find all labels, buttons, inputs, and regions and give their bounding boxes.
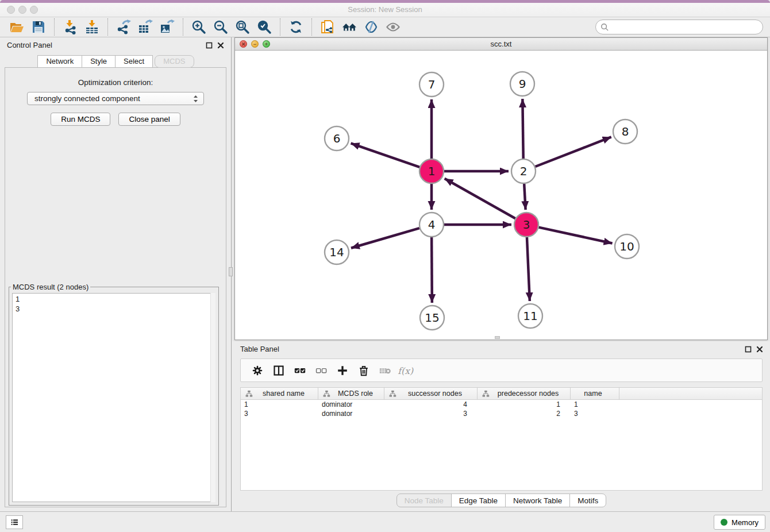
close-table-panel-icon[interactable] <box>756 346 763 353</box>
column-header-label: name <box>571 390 619 398</box>
export-network-button[interactable] <box>113 18 134 36</box>
search-box[interactable] <box>595 20 763 34</box>
new-network-from-file-button[interactable] <box>317 18 338 36</box>
dropdown-stepper-icon <box>192 94 199 103</box>
export-image-button[interactable] <box>156 18 178 36</box>
select-all-checkboxes-button[interactable] <box>289 361 310 380</box>
graph-edge-3-1[interactable] <box>445 179 515 218</box>
canvas-scroll-handle[interactable] <box>495 336 500 339</box>
network-canvas[interactable]: 7968124314101511 <box>235 51 767 340</box>
optimization-criterion-label: Optimization criterion: <box>5 78 226 87</box>
panel-splitter-handle[interactable] <box>229 267 233 276</box>
table-cell[interactable]: 3 <box>241 410 318 418</box>
search-icon <box>600 23 609 32</box>
import-network-icon <box>63 20 78 34</box>
graph-edge-3-10[interactable] <box>538 228 612 244</box>
close-panel-icon[interactable] <box>217 42 224 49</box>
zoom-in-button[interactable] <box>188 18 210 36</box>
graph-node-label-15: 15 <box>425 311 439 325</box>
float-table-panel-icon[interactable] <box>745 346 752 353</box>
tab-network[interactable]: Network <box>37 55 82 68</box>
column-tree-icon <box>389 390 396 398</box>
mcds-result-title: MCDS result (2 nodes) <box>11 283 90 291</box>
add-column-icon <box>336 364 349 377</box>
zoom-out-button[interactable] <box>210 18 232 36</box>
table-row[interactable]: 1dominator411 <box>241 400 762 409</box>
tab-node-table[interactable]: Node Table <box>396 494 452 507</box>
graph-edge-4-14[interactable] <box>351 228 419 248</box>
table-cell[interactable]: dominator <box>318 400 384 408</box>
zoom-fit-button[interactable] <box>232 18 253 36</box>
table-cell[interactable]: 1 <box>571 400 619 408</box>
close-panel-button[interactable]: Close panel <box>118 113 180 126</box>
graph-edge-2-9[interactable] <box>522 99 523 159</box>
show-panels-icon <box>386 20 401 34</box>
network-close-button[interactable]: ✕ <box>240 40 247 48</box>
save-session-button[interactable] <box>28 18 49 36</box>
home-button[interactable] <box>338 18 360 36</box>
result-scrollbar[interactable] <box>210 293 215 502</box>
tab-edge-table[interactable]: Edge Table <box>451 494 506 507</box>
network-zoom-button[interactable]: + <box>263 40 270 48</box>
table-panel-header: Table Panel <box>232 341 770 357</box>
import-network-button[interactable] <box>59 18 81 36</box>
table-cell[interactable]: 4 <box>384 400 478 408</box>
graph-node-label-3: 3 <box>523 218 530 232</box>
tab-network-table[interactable]: Network Table <box>505 494 570 507</box>
tab-mcds[interactable]: MCDS <box>155 55 194 68</box>
table-cell[interactable]: 1 <box>478 400 571 408</box>
node-table[interactable]: shared nameMCDS rolesuccessor nodesprede… <box>240 387 763 491</box>
zoom-selected-button[interactable] <box>253 18 275 36</box>
table-toolbar: f(x) <box>240 358 763 382</box>
column-header-predecessor-nodes[interactable]: predecessor nodes <box>478 388 571 399</box>
graph-edge-2-3[interactable] <box>524 184 525 210</box>
toolbar-separator <box>311 18 312 36</box>
graph-edge-2-8[interactable] <box>535 137 611 167</box>
column-header-successor-nodes[interactable]: successor nodes <box>384 388 478 399</box>
delete-column-button[interactable] <box>353 361 374 380</box>
float-panel-icon[interactable] <box>206 42 213 49</box>
show-panels-button[interactable] <box>382 18 404 36</box>
column-header-shared-name[interactable]: shared name <box>241 388 318 399</box>
table-row[interactable]: 3dominator323 <box>241 409 762 418</box>
network-window-titlebar[interactable]: ✕ − + scc.txt <box>235 38 767 51</box>
open-file-icon <box>9 20 24 34</box>
memory-label: Memory <box>732 518 759 527</box>
show-columns-button[interactable] <box>268 361 289 380</box>
column-header-name[interactable]: name <box>571 388 619 399</box>
task-history-button[interactable] <box>6 515 23 529</box>
tab-select[interactable]: Select <box>115 55 153 68</box>
table-cell[interactable]: 3 <box>384 410 478 418</box>
column-tree-icon <box>482 390 490 398</box>
refresh-network-button[interactable] <box>285 18 307 36</box>
table-cell[interactable]: 1 <box>241 400 318 408</box>
tab-style[interactable]: Style <box>82 55 116 68</box>
optimization-criterion-select[interactable]: strongly connected component <box>27 92 204 105</box>
table-cell[interactable]: 3 <box>571 410 619 418</box>
memory-button[interactable]: Memory <box>714 515 765 530</box>
table-cell[interactable]: 2 <box>478 410 571 418</box>
graph-node-label-1: 1 <box>428 164 436 178</box>
hide-panels-button[interactable] <box>360 18 382 36</box>
graph-edge-1-6[interactable] <box>351 143 420 167</box>
add-column-button[interactable] <box>332 361 353 380</box>
graph-edge-4-15[interactable] <box>432 237 432 303</box>
tab-motifs[interactable]: Motifs <box>569 494 606 507</box>
selected-option: strongly connected component <box>34 94 192 103</box>
deselect-all-checkboxes-button[interactable] <box>310 361 332 380</box>
open-file-button[interactable] <box>6 18 28 36</box>
export-table-button[interactable] <box>134 18 156 36</box>
control-panel: Control Panel NetworkStyleSelectMCDS Opt… <box>0 37 232 511</box>
search-input[interactable] <box>613 22 758 32</box>
import-table-button[interactable] <box>81 18 103 36</box>
run-mcds-button[interactable]: Run MCDS <box>51 113 110 126</box>
graph-node-label-2: 2 <box>520 164 528 178</box>
graph-edge-3-11[interactable] <box>527 237 530 301</box>
mcds-result-list[interactable]: 13 <box>12 293 215 502</box>
column-header-MCDS-role[interactable]: MCDS role <box>318 388 384 399</box>
zoom-selected-icon <box>257 20 272 34</box>
export-image-icon <box>160 20 175 34</box>
table-cell[interactable]: dominator <box>318 410 384 418</box>
table-settings-button[interactable] <box>247 361 268 380</box>
network-minimize-button[interactable]: − <box>251 40 259 48</box>
